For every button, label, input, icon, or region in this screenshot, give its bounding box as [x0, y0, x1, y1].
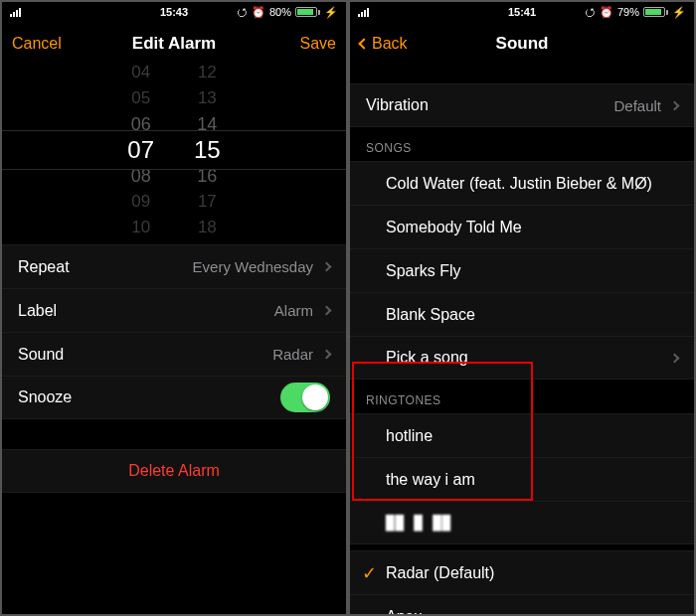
screen-edit-alarm: 15:43 ⭯ ⏰ 80% ⚡ Cancel Edit Alarm Save 0… [2, 2, 346, 614]
row-value: Default [613, 97, 661, 114]
row-label: Snooze [18, 388, 280, 406]
chevron-right-icon [322, 262, 332, 272]
chevron-left-icon [358, 38, 369, 49]
battery-icon [295, 7, 320, 17]
picker-hours[interactable]: 04 05 06 07 08 09 10 [127, 60, 154, 240]
row-repeat[interactable]: Repeat Every Wednesday [2, 244, 346, 288]
song-item[interactable]: Sparks Fly [350, 248, 694, 292]
alarm-icon: ⏰ [252, 6, 265, 19]
chevron-right-icon [670, 353, 680, 363]
nav-title: Sound [496, 34, 549, 54]
song-item[interactable]: Blank Space [350, 292, 694, 336]
battery-pct: 80% [269, 6, 291, 18]
ringtone-item[interactable]: ██ █ ██ [350, 501, 694, 544]
row-label: Label [18, 302, 274, 320]
row-label: Vibration [366, 96, 613, 114]
row-vibration[interactable]: Vibration Default [350, 83, 694, 127]
ringtone-item[interactable]: Apex [350, 594, 694, 614]
cancel-button[interactable]: Cancel [12, 35, 82, 53]
battery-pct: 79% [617, 6, 639, 18]
signal-icon [10, 8, 21, 17]
song-item[interactable]: Cold Water (feat. Justin Bieber & MØ) [350, 161, 694, 205]
snooze-toggle[interactable] [280, 383, 330, 412]
time-picker[interactable]: 04 05 06 07 08 09 10 12 13 14 15 16 17 1… [2, 66, 346, 234]
checkmark-icon: ✓ [362, 562, 382, 584]
pick-a-song-button[interactable]: Pick a song [350, 336, 694, 380]
charging-icon: ⚡ [672, 6, 686, 19]
screen-sound: 15:41 ⭯ ⏰ 79% ⚡ Back Sound Vibration [350, 2, 694, 614]
status-time: 15:43 [160, 6, 188, 18]
chevron-right-icon [322, 350, 332, 360]
row-snooze: Snooze [2, 376, 346, 419]
delete-alarm-button[interactable]: Delete Alarm [2, 449, 346, 493]
status-bar: 15:43 ⭯ ⏰ 80% ⚡ [2, 2, 346, 22]
save-button[interactable]: Save [266, 35, 336, 53]
row-sound[interactable]: Sound Radar [2, 332, 346, 376]
status-time: 15:41 [508, 6, 536, 18]
song-item[interactable]: Somebody Told Me [350, 205, 694, 248]
ringtone-item[interactable]: the way i am [350, 457, 694, 501]
nav-bar: Back Sound [350, 22, 694, 66]
section-header-ringtones: Ringtones [350, 380, 694, 413]
loading-icon: ⭯ [237, 6, 248, 18]
nav-title: Edit Alarm [132, 34, 216, 54]
charging-icon: ⚡ [324, 6, 338, 19]
alarm-icon: ⏰ [600, 6, 613, 19]
status-bar: 15:41 ⭯ ⏰ 79% ⚡ [350, 2, 694, 22]
section-header-songs: Songs [350, 127, 694, 161]
ringtone-item-selected[interactable]: ✓ Radar (Default) [350, 550, 694, 594]
signal-icon [358, 8, 369, 17]
row-label-setting[interactable]: Label Alarm [2, 288, 346, 332]
back-button[interactable]: Back [360, 35, 430, 53]
row-value: Alarm [274, 302, 313, 319]
picker-minutes[interactable]: 12 13 14 15 16 17 18 [194, 60, 221, 240]
row-value: Every Wednesday [193, 258, 313, 275]
row-value: Radar [272, 346, 313, 363]
row-label: Sound [18, 346, 272, 364]
chevron-right-icon [670, 100, 680, 110]
row-label: Repeat [18, 258, 193, 276]
ringtone-item[interactable]: hotline [350, 413, 694, 457]
chevron-right-icon [322, 306, 332, 316]
loading-icon: ⭯ [585, 6, 596, 18]
battery-icon [643, 7, 668, 17]
